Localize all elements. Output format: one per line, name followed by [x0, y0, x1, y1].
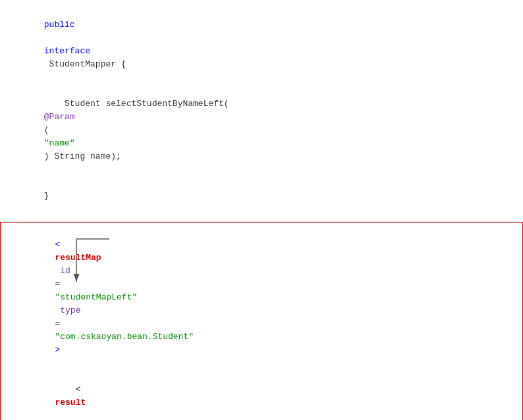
line-interface-2: Student selectStudentByNameLeft( @Param …: [13, 84, 523, 176]
keyword-public: public: [44, 20, 75, 30]
line-interface-1: public interface StudentMapper {: [13, 5, 523, 84]
keyword-interface: interface: [44, 46, 90, 56]
code-area: public interface StudentMapper { Student…: [0, 0, 523, 420]
resultmap-block: < resultMap id = "studentMapLeft" type =…: [0, 222, 523, 420]
result-id: < result column = "id" property = "id" /…: [14, 370, 522, 420]
resultmap-open: < resultMap id = "studentMapLeft" type =…: [14, 225, 522, 370]
line-interface-3: }: [13, 176, 523, 216]
interface-section: public interface StudentMapper { Student…: [0, 0, 523, 222]
resultmap-content: < resultMap id = "studentMapLeft" type =…: [1, 223, 522, 420]
